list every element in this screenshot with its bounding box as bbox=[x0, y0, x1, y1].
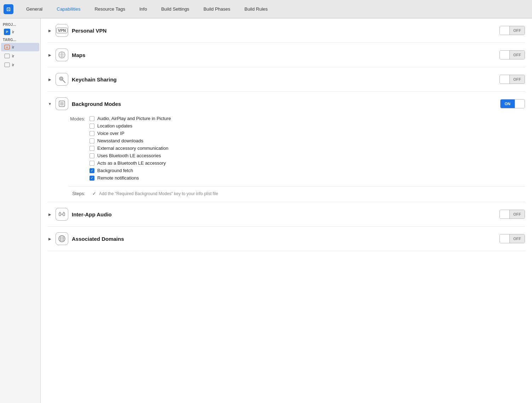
steps-label: Steps: bbox=[68, 191, 89, 196]
mode-bluetooth-le-accessories: Uses Bluetooth LE accessories bbox=[89, 153, 171, 158]
capability-associated-domains: ▶ Associated Domains OFF bbox=[48, 227, 525, 251]
main-layout: PROJ... P ir TARG... A ir ir bbox=[0, 18, 532, 403]
capability-maps: ▶ Maps OFF bbox=[48, 43, 525, 67]
associated-domains-toggle[interactable]: OFF bbox=[499, 234, 525, 243]
sidebar: PROJ... P ir TARG... A ir ir bbox=[0, 18, 41, 403]
tab-build-phases[interactable]: Build Phases bbox=[196, 4, 237, 14]
mode-voip: Voice over IP bbox=[89, 131, 171, 136]
inter-app-audio-toggle[interactable]: OFF bbox=[499, 210, 525, 219]
top-bar: ⊡ General Capabilities Resource Tags Inf… bbox=[0, 0, 532, 18]
tab-info[interactable]: Info bbox=[132, 4, 154, 14]
mode-background-fetch-label: Background fetch bbox=[97, 168, 133, 173]
checkbox-voip[interactable] bbox=[89, 131, 94, 136]
inter-app-audio-title: Inter-App Audio bbox=[72, 211, 496, 217]
tab-general[interactable]: General bbox=[19, 4, 50, 14]
mode-bluetooth-le-accessory-label: Acts as a Bluetooth LE accessory bbox=[97, 160, 166, 166]
checkbox-newsstand[interactable] bbox=[89, 138, 94, 143]
background-modes-body: Modes: Audio, AirPlay and Picture in Pic… bbox=[48, 110, 525, 196]
tab-build-settings[interactable]: Build Settings bbox=[154, 4, 197, 14]
modes-row: Modes: Audio, AirPlay and Picture in Pic… bbox=[68, 116, 525, 181]
svg-rect-13 bbox=[60, 102, 64, 106]
checkbox-remote-notifications[interactable]: ✓ bbox=[89, 176, 94, 181]
personal-vpn-toggle[interactable]: OFF bbox=[499, 26, 525, 35]
capability-background-modes: ▼ Background Modes ON Modes: bbox=[48, 92, 525, 202]
sidebar-item-targ2[interactable]: ir bbox=[1, 52, 39, 60]
step-text: Add the "Required Background Modes" key … bbox=[99, 191, 218, 196]
associated-domains-title: Associated Domains bbox=[72, 236, 496, 242]
svg-point-11 bbox=[60, 78, 62, 80]
modes-list: Audio, AirPlay and Picture in Picture Lo… bbox=[89, 116, 171, 181]
svg-rect-3 bbox=[5, 63, 10, 67]
capabilities-content: ▶ VPN Personal VPN OFF ▶ bbox=[41, 18, 532, 403]
maps-title: Maps bbox=[72, 52, 496, 58]
expand-background-modes[interactable]: ▼ bbox=[48, 102, 52, 106]
expand-associated-domains[interactable]: ▶ bbox=[48, 237, 52, 241]
tab-build-rules[interactable]: Build Rules bbox=[237, 4, 275, 14]
svg-rect-16 bbox=[63, 213, 65, 216]
proj-icon: P bbox=[4, 29, 10, 35]
targ3-icon bbox=[4, 62, 10, 68]
mode-external-accessory-label: External accessory communication bbox=[97, 146, 168, 151]
sidebar-item-targ3[interactable]: ir bbox=[1, 61, 39, 69]
svg-line-10 bbox=[63, 80, 65, 83]
maps-icon bbox=[56, 49, 68, 61]
background-modes-title: Background Modes bbox=[72, 101, 497, 107]
sidebar-item-proj-label: ir bbox=[12, 30, 14, 34]
mode-newsstand: Newsstand downloads bbox=[89, 138, 171, 143]
xcode-icon: ⊡ bbox=[4, 4, 13, 14]
personal-vpn-title: Personal VPN bbox=[72, 28, 496, 34]
tab-resource-tags[interactable]: Resource Tags bbox=[87, 4, 132, 14]
targ1-icon: A bbox=[4, 44, 10, 50]
sidebar-section-targ: TARG... bbox=[0, 36, 40, 42]
inter-app-audio-icon bbox=[56, 208, 68, 221]
steps-row: Steps: ✓ Add the "Required Background Mo… bbox=[68, 186, 525, 196]
sidebar-item-targ3-label: ir bbox=[12, 63, 14, 67]
toggle-on-label: ON bbox=[501, 100, 515, 108]
personal-vpn-icon: VPN bbox=[56, 24, 68, 37]
sidebar-item-targ1[interactable]: A ir bbox=[1, 43, 39, 51]
targ2-icon bbox=[4, 53, 10, 59]
capability-keychain-sharing: ▶ Keychain Sharing OFF bbox=[48, 67, 525, 92]
mode-location-label: Location updates bbox=[97, 123, 132, 129]
checkbox-bluetooth-le-accessory[interactable] bbox=[89, 161, 94, 166]
expand-keychain[interactable]: ▶ bbox=[48, 77, 52, 81]
mode-voip-label: Voice over IP bbox=[97, 131, 125, 136]
svg-rect-14 bbox=[59, 213, 61, 216]
mode-bluetooth-le-accessory: Acts as a Bluetooth LE accessory bbox=[89, 160, 171, 166]
background-modes-icon bbox=[56, 97, 68, 110]
background-modes-toggle[interactable]: ON bbox=[500, 99, 525, 108]
mode-external-accessory: External accessory communication bbox=[89, 146, 171, 151]
capability-personal-vpn: ▶ VPN Personal VPN OFF bbox=[48, 18, 525, 43]
sidebar-item-proj[interactable]: P ir bbox=[1, 28, 39, 36]
step-check-icon: ✓ bbox=[92, 191, 96, 196]
checkbox-bluetooth-le-accessories[interactable] bbox=[89, 153, 94, 158]
mode-location: Location updates bbox=[89, 123, 171, 129]
checkbox-audio[interactable] bbox=[89, 116, 94, 121]
keychain-icon bbox=[56, 73, 68, 86]
checkbox-location[interactable] bbox=[89, 124, 94, 129]
modes-label: Modes: bbox=[68, 116, 89, 121]
mode-audio-label: Audio, AirPlay and Picture in Picture bbox=[97, 116, 171, 121]
tab-capabilities[interactable]: Capabilities bbox=[50, 4, 87, 14]
expand-personal-vpn[interactable]: ▶ bbox=[48, 28, 52, 33]
svg-text:A: A bbox=[6, 46, 8, 49]
sidebar-item-targ2-label: ir bbox=[12, 54, 14, 58]
sidebar-item-targ1-label: ir bbox=[12, 45, 14, 49]
svg-rect-2 bbox=[5, 54, 10, 58]
mode-remote-notifications-label: Remote notifications bbox=[97, 175, 139, 181]
keychain-toggle[interactable]: OFF bbox=[499, 75, 525, 84]
capability-inter-app-audio: ▶ Inter-App Audio OFF bbox=[48, 202, 525, 227]
maps-toggle[interactable]: OFF bbox=[499, 50, 525, 59]
mode-background-fetch: ✓ Background fetch bbox=[89, 168, 171, 173]
mode-newsstand-label: Newsstand downloads bbox=[97, 138, 143, 143]
keychain-sharing-title: Keychain Sharing bbox=[72, 76, 496, 83]
checkbox-external-accessory[interactable] bbox=[89, 146, 94, 151]
associated-domains-icon bbox=[56, 232, 68, 245]
expand-maps[interactable]: ▶ bbox=[48, 53, 52, 57]
checkbox-background-fetch[interactable]: ✓ bbox=[89, 168, 94, 173]
mode-bluetooth-le-accessories-label: Uses Bluetooth LE accessories bbox=[97, 153, 161, 158]
mode-remote-notifications: ✓ Remote notifications bbox=[89, 175, 171, 181]
sidebar-section-proj: PROJ... bbox=[0, 21, 40, 27]
expand-inter-app-audio[interactable]: ▶ bbox=[48, 212, 52, 216]
mode-audio: Audio, AirPlay and Picture in Picture bbox=[89, 116, 171, 121]
